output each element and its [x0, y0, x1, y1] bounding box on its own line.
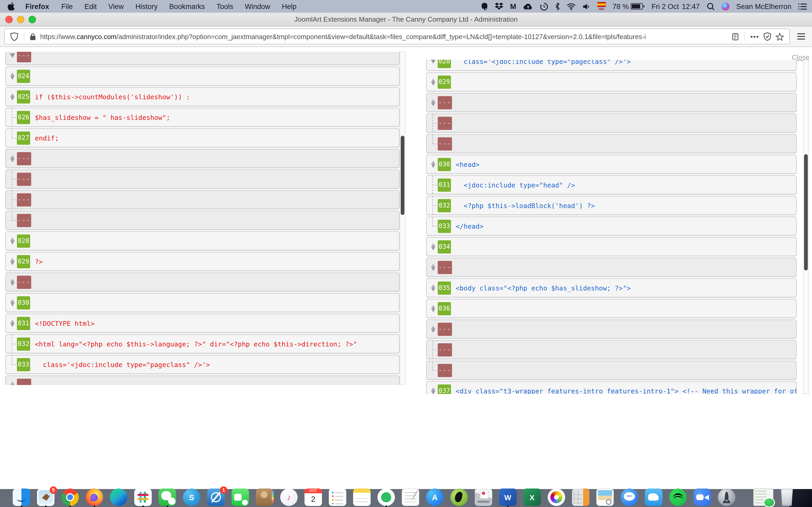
menu-item-edit[interactable]: Edit [79, 2, 103, 10]
menu-item-tools[interactable]: Tools [211, 2, 239, 10]
evernote-menu-icon[interactable] [480, 2, 488, 10]
dock-notes-icon[interactable] [353, 489, 370, 506]
diff-row[interactable]: 030 [5, 293, 400, 312]
bluetooth-menu-icon[interactable] [555, 3, 560, 10]
diff-row[interactable]: 034 [426, 237, 797, 256]
diff-row[interactable]: --- [426, 258, 797, 277]
menu-item-window[interactable]: Window [239, 2, 276, 10]
diff-row[interactable]: --- [5, 211, 400, 230]
dock-preview-icon[interactable] [596, 489, 614, 506]
diff-row[interactable]: 033</head> [426, 217, 797, 235]
bookmark-star-icon[interactable] [773, 33, 786, 40]
dropbox-menu-icon[interactable] [495, 3, 503, 10]
menu-user-name[interactable]: Sean McElherron [736, 2, 792, 10]
dock-developer-icon[interactable]: 1 [207, 489, 225, 506]
dock-twitter-icon[interactable] [645, 489, 662, 506]
diff-row[interactable]: 033 class='<jdoc:include type="pageclass… [5, 355, 400, 374]
menu-item-view[interactable]: View [103, 2, 130, 10]
diff-row[interactable]: 036 [426, 299, 797, 318]
keyboard-layout-flag-icon[interactable]: ISO [597, 2, 606, 11]
right-scrollbar-thumb[interactable] [804, 154, 808, 270]
diff-row[interactable]: 031<!DOCTYPE html> [5, 314, 400, 333]
url-text[interactable]: https://www.cannyco.com/administrator/in… [40, 33, 730, 40]
dock-textedit-icon[interactable] [402, 489, 419, 506]
dock-word-icon[interactable]: W [499, 489, 516, 506]
dock-photos-icon[interactable] [548, 489, 565, 506]
malwarebytes-menu-icon[interactable]: M [510, 2, 516, 11]
tracking-protection-shield-icon[interactable] [8, 32, 20, 41]
dock-mail-icon[interactable]: 5 [37, 489, 54, 506]
diff-row[interactable]: --- [426, 134, 797, 153]
right-pane-scrollbar[interactable] [803, 60, 809, 394]
dock-chrome-icon[interactable] [61, 489, 79, 506]
menu-item-history[interactable]: History [130, 2, 163, 10]
diff-row[interactable]: 029?> [5, 252, 400, 271]
apple-menu-icon[interactable] [7, 2, 15, 11]
dock-launchpad-icon[interactable] [718, 489, 735, 506]
dock-whatsapp-icon[interactable] [159, 489, 176, 506]
siri-icon[interactable] [721, 2, 729, 10]
window-close-button[interactable] [5, 15, 13, 23]
diff-row[interactable]: 028 class='<jdoc:include type="pageclass… [426, 60, 797, 71]
diff-row[interactable]: 032<html lang="<?php echo $this->languag… [5, 334, 400, 353]
diff-row[interactable]: --- [5, 170, 400, 188]
dock-imagecapture-icon[interactable] [475, 489, 492, 506]
menu-item-file[interactable]: File [55, 2, 79, 10]
menu-item-bookmarks[interactable]: Bookmarks [163, 2, 211, 10]
diff-row[interactable]: --- [426, 114, 797, 132]
diff-row[interactable]: --- [5, 149, 400, 168]
dock-firefox-icon[interactable] [86, 489, 103, 506]
dock-facetime-icon[interactable] [232, 489, 249, 506]
diff-row[interactable]: 037<div class="t3-wrapper features-intro… [426, 381, 797, 394]
dock-wawindow-icon[interactable] [753, 489, 773, 506]
dock-reminders-icon[interactable] [329, 489, 346, 506]
dock-excel-icon[interactable]: X [523, 489, 541, 506]
diff-row[interactable]: 035<body class="<?php echo $has_slidesho… [426, 278, 797, 297]
page-actions-icon[interactable]: ••• [748, 33, 761, 40]
shield-check-icon[interactable] [761, 32, 773, 41]
dock-skype-icon[interactable]: S [183, 489, 200, 506]
dock-itunes-icon[interactable]: ♪ [280, 489, 298, 506]
left-scrollbar-thumb[interactable] [401, 136, 404, 215]
diff-row[interactable]: --- [426, 93, 797, 112]
dock-contacts-icon[interactable] [256, 489, 273, 506]
wifi-menu-icon[interactable] [566, 3, 575, 10]
diff-row[interactable]: 027endif; [5, 128, 400, 147]
window-minimize-button[interactable] [17, 15, 24, 23]
diff-row[interactable]: 024 [5, 66, 400, 86]
dock-messages-icon[interactable] [621, 489, 638, 506]
dock-trash-icon[interactable] [780, 489, 794, 506]
menu-clock[interactable]: Fri 2 Oct 12:47 [652, 2, 700, 10]
menu-item-help[interactable]: Help [276, 2, 302, 10]
dock-finder-icon[interactable] [13, 489, 30, 506]
spotlight-search-icon[interactable] [707, 2, 714, 10]
volume-menu-icon[interactable] [582, 3, 590, 10]
diff-row[interactable]: --- [426, 361, 797, 380]
diff-row[interactable]: --- [426, 320, 797, 339]
dock-slack-icon[interactable] [134, 489, 152, 506]
time-machine-menu-icon[interactable] [540, 2, 548, 10]
reader-view-icon[interactable] [730, 33, 742, 40]
dock-calculator-icon[interactable] [572, 489, 590, 506]
cloud-upload-menu-icon[interactable] [523, 3, 532, 10]
window-zoom-button[interactable] [29, 15, 36, 23]
left-pane-scrollbar[interactable] [400, 52, 405, 385]
dock-edge-icon[interactable] [110, 489, 128, 506]
diff-row[interactable]: --- [5, 376, 400, 385]
battery-indicator[interactable]: 78 % [612, 2, 645, 10]
dock-zoomapp-icon[interactable] [694, 489, 711, 506]
diff-row[interactable]: 030<head> [426, 155, 797, 174]
diff-row[interactable]: --- [5, 52, 400, 65]
diff-row[interactable]: 026$has_slideshow = " has-slideshow"; [5, 108, 400, 127]
url-bar[interactable]: https://www.cannyco.com/administrator/in… [4, 29, 790, 44]
diff-row[interactable]: --- [5, 190, 400, 209]
dock-evernote-icon[interactable] [377, 489, 395, 506]
diff-row[interactable]: --- [5, 273, 400, 291]
dock-spotify-icon[interactable] [669, 489, 687, 506]
notification-list-icon[interactable] [798, 3, 807, 10]
menu-app-name[interactable]: Firefox [21, 2, 53, 10]
diff-row[interactable]: 028 [5, 231, 400, 250]
diff-row[interactable]: 025if ($this->countModules('slideshow'))… [5, 87, 400, 106]
dock-appstore-icon[interactable]: A [426, 489, 444, 506]
hamburger-menu-icon[interactable] [794, 30, 808, 43]
